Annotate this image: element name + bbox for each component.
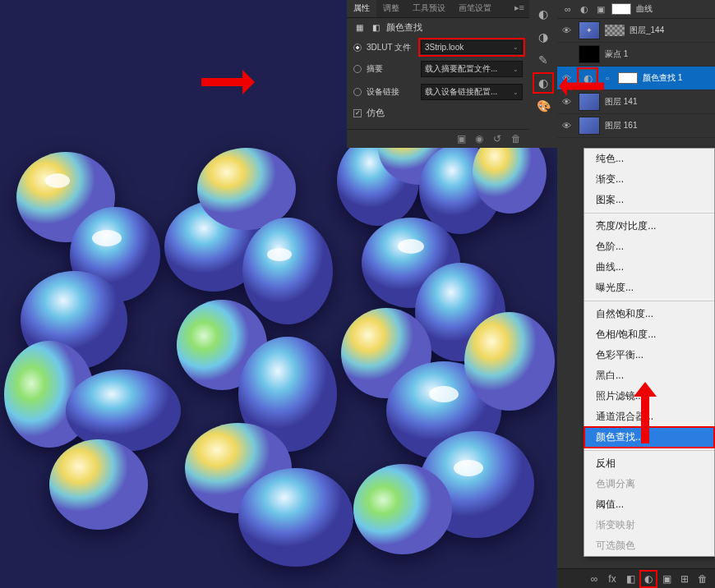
menu-gradient[interactable]: 渐变... [584, 169, 714, 190]
dropdown-3dlut-value: 3Strip.look [425, 43, 464, 52]
clip-icon[interactable]: ▣ [457, 133, 468, 145]
label-3dlut: 3DLUT 文件 [367, 42, 416, 53]
svg-point-26 [267, 248, 292, 261]
reset-icon[interactable]: ↺ [493, 133, 505, 145]
trash-icon[interactable]: 🗑 [697, 573, 708, 585]
grid-icon: ▦ [353, 22, 365, 34]
menu-curves[interactable]: 曲线... [584, 257, 714, 278]
circle-half-icon[interactable]: ◐ [579, 3, 590, 15]
menu-exposure[interactable]: 曝光度... [584, 278, 714, 298]
layer-thumb [579, 117, 600, 135]
annotation-arrow [629, 382, 662, 448]
layers-header: ∞ ◐ ▣ 曲线 [557, 0, 715, 19]
new-layer-icon[interactable]: ⊞ [679, 573, 690, 585]
radio-abstract[interactable] [353, 65, 362, 73]
radio-3dlut[interactable] [353, 44, 362, 52]
layer-row[interactable]: 👁 图层 161 [557, 114, 715, 138]
svg-point-9 [242, 218, 333, 324]
adjustment-context-menu: 纯色... 渐变... 图案... 亮度/对比度... 色阶... 曲线... … [584, 148, 715, 557]
white-swatch [611, 3, 631, 15]
menu-solid-color[interactable]: 纯色... [584, 149, 714, 169]
link-icon[interactable]: ∞ [562, 3, 574, 15]
label-device: 设备链接 [367, 86, 416, 98]
brush-icon[interactable]: ✎ [534, 51, 552, 69]
adjustment-icon[interactable]: ◐ [534, 5, 552, 23]
palette-icon[interactable]: 🎨 [534, 97, 552, 115]
svg-point-6 [49, 439, 148, 530]
menu-gradient-map[interactable]: 渐变映射 [584, 515, 714, 535]
adjustment-active-icon[interactable]: ◐ [534, 74, 552, 92]
menu-color-balance[interactable]: 色彩平衡... [584, 345, 714, 365]
chevron-down-icon: ⌄ [513, 44, 519, 51]
panel-menu-icon[interactable]: ▸≡ [510, 0, 529, 17]
menu-levels[interactable]: 色阶... [584, 237, 714, 257]
menu-brightness-contrast[interactable]: 亮度/对比度... [584, 216, 714, 237]
layer-row[interactable]: 👁 ✦ 图层_144 [557, 19, 715, 43]
menu-selective-color[interactable]: 可选颜色 [584, 535, 714, 556]
menu-invert[interactable]: 反相 [584, 453, 714, 474]
annotation-arrow [559, 74, 608, 99]
dropdown-abstract[interactable]: 载入摘要配置文件... ⌄ [421, 61, 523, 77]
label-dither: 仿色 [367, 107, 385, 119]
tab-tool-presets[interactable]: 工具预设 [406, 0, 452, 17]
svg-point-22 [464, 312, 555, 411]
dropdown-device[interactable]: 载入设备链接配置... ⌄ [421, 84, 523, 100]
link-icon[interactable]: ◉ [475, 133, 487, 145]
layer-name: 颜色查找 1 [643, 72, 682, 84]
menu-posterize[interactable]: 色调分离 [584, 474, 714, 494]
tab-properties[interactable]: 属性 [347, 0, 376, 17]
tab-brush-settings[interactable]: 画笔设置 [452, 0, 498, 17]
layer-row[interactable]: 蒙点 1 [557, 43, 715, 67]
mask-icon[interactable]: ▣ [595, 3, 607, 15]
layer-name: 图层_144 [630, 25, 664, 36]
mask-thumb [618, 72, 638, 84]
adjustment-layer-button[interactable]: ◐ [643, 573, 654, 585]
layer-thumb [579, 45, 600, 63]
svg-point-30 [454, 460, 483, 476]
layers-bottom-bar: ∞ fx ◧ ◐ ▣ ⊞ 🗑 [557, 568, 715, 588]
row-device: 设备链接 载入设备链接配置... ⌄ [347, 80, 529, 103]
layer-name: 图层 161 [605, 120, 637, 131]
svg-point-5 [66, 370, 181, 452]
link-icon[interactable]: ∞ [588, 573, 600, 585]
properties-panel: 属性 调整 工具预设 画笔设置 ▸≡ ▦ ◧ 颜色查找 3DLUT 文件 3St… [347, 0, 529, 148]
layer-name: 图层 141 [605, 96, 637, 108]
dropdown-device-value: 载入设备链接配置... [425, 86, 497, 98]
visibility-icon[interactable]: 👁 [562, 121, 574, 131]
visibility-icon[interactable]: 👁 [562, 25, 574, 35]
menu-hue-saturation[interactable]: 色相/饱和度... [584, 324, 714, 345]
svg-point-8 [197, 148, 296, 230]
tab-adjustments[interactable]: 调整 [376, 0, 406, 17]
radio-device[interactable] [353, 88, 362, 96]
svg-point-25 [92, 230, 122, 246]
header-layer-name: 曲线 [636, 3, 653, 15]
properties-footer: ▣ ◉ ↺ 🗑 [347, 129, 529, 148]
mask-thumb [605, 25, 625, 36]
label-abstract: 摘要 [367, 63, 416, 75]
menu-vibrance[interactable]: 自然饱和度... [584, 304, 714, 324]
checkbox-dither[interactable] [353, 109, 362, 117]
tool-strip: ◐ ◑ ✎ ◐ 🎨 [529, 0, 557, 148]
menu-threshold[interactable]: 阈值... [584, 494, 714, 515]
svg-point-24 [353, 464, 452, 554]
trash-icon[interactable]: 🗑 [511, 133, 523, 145]
fx-icon[interactable]: fx [607, 573, 618, 585]
menu-separator [584, 450, 714, 451]
circle-tool-icon[interactable]: ◑ [534, 28, 552, 46]
dropdown-abstract-value: 载入摘要配置文件... [425, 63, 497, 75]
menu-pattern[interactable]: 图案... [584, 190, 714, 210]
row-abstract: 摘要 载入摘要配置文件... ⌄ [347, 57, 529, 80]
mask-icon[interactable]: ◧ [625, 573, 636, 585]
chevron-down-icon: ⌄ [513, 66, 519, 73]
svg-point-28 [45, 173, 70, 188]
menu-separator [584, 301, 714, 301]
properties-header: ▦ ◧ 颜色查找 [347, 18, 529, 37]
layer-name: 蒙点 1 [605, 48, 628, 60]
svg-point-29 [429, 386, 459, 402]
row-dither: 仿色 [347, 103, 529, 122]
dropdown-3dlut[interactable]: 3Strip.look ⌄ [421, 40, 523, 54]
folder-icon[interactable]: ▣ [661, 573, 672, 585]
chevron-down-icon: ⌄ [513, 89, 519, 96]
row-3dlut: 3DLUT 文件 3Strip.look ⌄ [347, 37, 529, 57]
panel-tabs: 属性 调整 工具预设 画笔设置 ▸≡ [347, 0, 529, 18]
